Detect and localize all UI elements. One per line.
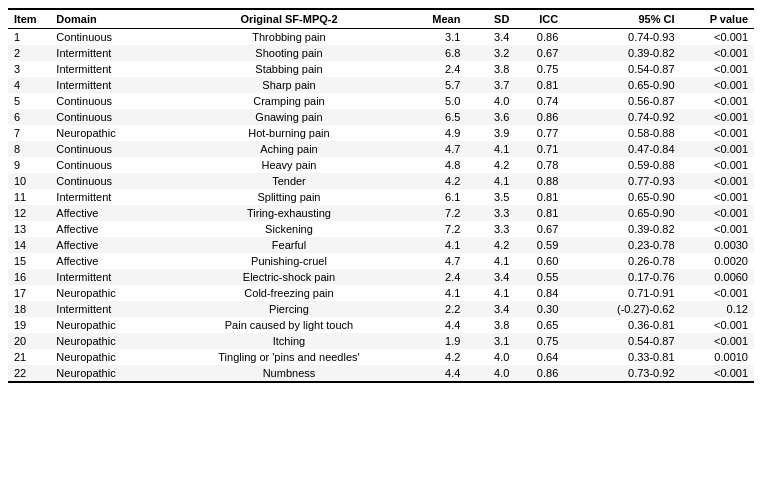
cell-original: Aching pain <box>173 141 406 157</box>
cell-domain: Intermittent <box>50 189 172 205</box>
cell-pvalue: <0.001 <box>681 93 754 109</box>
cell-original: Pain caused by light touch <box>173 317 406 333</box>
cell-domain: Continuous <box>50 141 172 157</box>
cell-domain: Neuropathic <box>50 125 172 141</box>
cell-original: Heavy pain <box>173 157 406 173</box>
cell-pvalue: <0.001 <box>681 205 754 221</box>
cell-ci: 0.74-0.93 <box>564 29 680 46</box>
cell-mean: 2.4 <box>405 269 466 285</box>
cell-mean: 5.7 <box>405 77 466 93</box>
cell-original: Hot-burning pain <box>173 125 406 141</box>
table-row: 12AffectiveTiring-exhausting7.23.30.810.… <box>8 205 754 221</box>
cell-pvalue: <0.001 <box>681 77 754 93</box>
cell-domain: Neuropathic <box>50 333 172 349</box>
cell-sd: 4.0 <box>466 93 515 109</box>
cell-ci: 0.39-0.82 <box>564 45 680 61</box>
cell-item: 16 <box>8 269 50 285</box>
cell-sd: 3.5 <box>466 189 515 205</box>
cell-domain: Continuous <box>50 93 172 109</box>
cell-item: 6 <box>8 109 50 125</box>
cell-mean: 2.2 <box>405 301 466 317</box>
cell-pvalue: 0.0030 <box>681 237 754 253</box>
table-row: 20NeuropathicItching1.93.10.750.54-0.87<… <box>8 333 754 349</box>
cell-domain: Neuropathic <box>50 365 172 382</box>
cell-item: 13 <box>8 221 50 237</box>
cell-sd: 3.7 <box>466 77 515 93</box>
cell-original: Tingling or 'pins and needles' <box>173 349 406 365</box>
cell-pvalue: <0.001 <box>681 173 754 189</box>
table-row: 19NeuropathicPain caused by light touch4… <box>8 317 754 333</box>
cell-mean: 1.9 <box>405 333 466 349</box>
cell-sd: 4.0 <box>466 365 515 382</box>
cell-item: 10 <box>8 173 50 189</box>
cell-mean: 4.2 <box>405 349 466 365</box>
cell-domain: Continuous <box>50 173 172 189</box>
cell-ci: 0.23-0.78 <box>564 237 680 253</box>
cell-mean: 6.1 <box>405 189 466 205</box>
cell-domain: Neuropathic <box>50 349 172 365</box>
cell-domain: Continuous <box>50 157 172 173</box>
cell-icc: 0.86 <box>515 365 564 382</box>
cell-domain: Continuous <box>50 29 172 46</box>
cell-sd: 3.4 <box>466 29 515 46</box>
cell-ci: 0.65-0.90 <box>564 77 680 93</box>
cell-original: Cramping pain <box>173 93 406 109</box>
cell-original: Sharp pain <box>173 77 406 93</box>
cell-pvalue: <0.001 <box>681 333 754 349</box>
cell-original: Shooting pain <box>173 45 406 61</box>
cell-original: Tender <box>173 173 406 189</box>
cell-item: 20 <box>8 333 50 349</box>
header-sd: SD <box>466 9 515 29</box>
header-original: Original SF-MPQ-2 <box>173 9 406 29</box>
cell-original: Sickening <box>173 221 406 237</box>
cell-mean: 4.8 <box>405 157 466 173</box>
cell-icc: 0.81 <box>515 189 564 205</box>
cell-mean: 2.4 <box>405 61 466 77</box>
cell-item: 4 <box>8 77 50 93</box>
cell-domain: Affective <box>50 221 172 237</box>
cell-icc: 0.67 <box>515 221 564 237</box>
cell-sd: 4.1 <box>466 253 515 269</box>
cell-sd: 4.0 <box>466 349 515 365</box>
table-row: 10ContinuousTender4.24.10.880.77-0.93<0.… <box>8 173 754 189</box>
cell-mean: 4.4 <box>405 365 466 382</box>
cell-icc: 0.88 <box>515 173 564 189</box>
cell-icc: 0.71 <box>515 141 564 157</box>
cell-item: 15 <box>8 253 50 269</box>
cell-pvalue: 0.0060 <box>681 269 754 285</box>
table-row: 5ContinuousCramping pain5.04.00.740.56-0… <box>8 93 754 109</box>
cell-original: Fearful <box>173 237 406 253</box>
cell-item: 18 <box>8 301 50 317</box>
cell-pvalue: <0.001 <box>681 45 754 61</box>
header-mean: Mean <box>405 9 466 29</box>
cell-ci: 0.39-0.82 <box>564 221 680 237</box>
cell-sd: 3.9 <box>466 125 515 141</box>
table-row: 17NeuropathicCold-freezing pain4.14.10.8… <box>8 285 754 301</box>
cell-pvalue: <0.001 <box>681 125 754 141</box>
cell-domain: Affective <box>50 205 172 221</box>
header-pvalue: P value <box>681 9 754 29</box>
table-row: 13AffectiveSickening7.23.30.670.39-0.82<… <box>8 221 754 237</box>
cell-item: 1 <box>8 29 50 46</box>
cell-item: 14 <box>8 237 50 253</box>
cell-pvalue: 0.0020 <box>681 253 754 269</box>
cell-icc: 0.81 <box>515 77 564 93</box>
cell-item: 7 <box>8 125 50 141</box>
cell-sd: 4.1 <box>466 173 515 189</box>
cell-mean: 7.2 <box>405 221 466 237</box>
cell-domain: Intermittent <box>50 301 172 317</box>
cell-icc: 0.67 <box>515 45 564 61</box>
cell-sd: 3.1 <box>466 333 515 349</box>
cell-mean: 6.5 <box>405 109 466 125</box>
cell-icc: 0.81 <box>515 205 564 221</box>
cell-sd: 4.1 <box>466 141 515 157</box>
cell-mean: 4.2 <box>405 173 466 189</box>
table-row: 22NeuropathicNumbness4.44.00.860.73-0.92… <box>8 365 754 382</box>
cell-sd: 3.4 <box>466 301 515 317</box>
cell-ci: 0.54-0.87 <box>564 61 680 77</box>
cell-mean: 4.4 <box>405 317 466 333</box>
cell-original: Throbbing pain <box>173 29 406 46</box>
cell-mean: 4.1 <box>405 285 466 301</box>
cell-sd: 3.3 <box>466 205 515 221</box>
cell-pvalue: <0.001 <box>681 157 754 173</box>
